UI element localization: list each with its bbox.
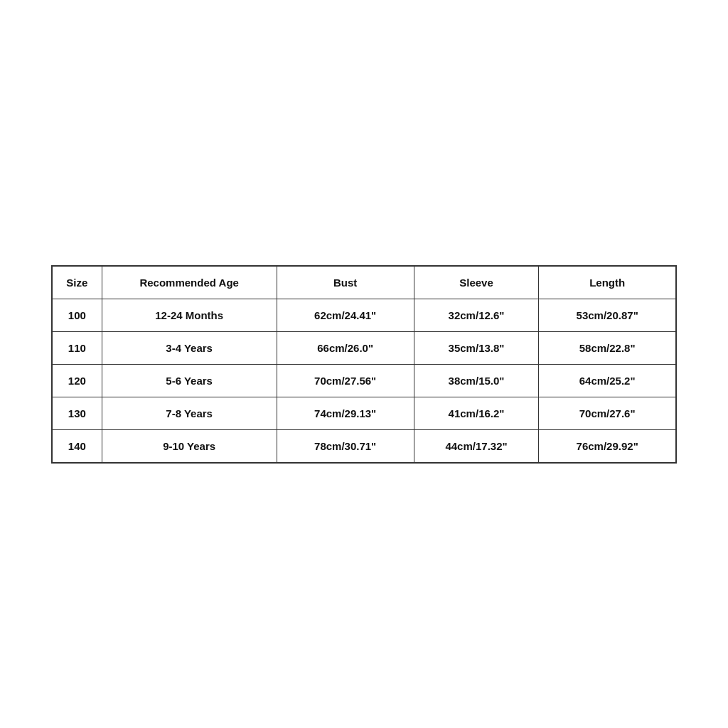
table-row: 10012-24 Months62cm/24.41"32cm/12.6"53cm… [52,299,676,331]
cell-bust: 66cm/26.0" [277,331,414,364]
cell-length: 76cm/29.92" [539,429,676,463]
table-row: 1307-8 Years74cm/29.13"41cm/16.2"70cm/27… [52,397,676,429]
cell-length: 70cm/27.6" [539,397,676,429]
cell-sleeve: 32cm/12.6" [414,299,539,331]
cell-bust: 74cm/29.13" [277,397,414,429]
cell-sleeve: 38cm/15.0" [414,364,539,397]
table-row: 1205-6 Years70cm/27.56"38cm/15.0"64cm/25… [52,364,676,397]
cell-size: 140 [52,429,102,463]
cell-bust: 70cm/27.56" [277,364,414,397]
cell-size: 110 [52,331,102,364]
cell-size: 120 [52,364,102,397]
cell-age: 7-8 Years [102,397,277,429]
cell-sleeve: 44cm/17.32" [414,429,539,463]
table-row: 1409-10 Years78cm/30.71"44cm/17.32"76cm/… [52,429,676,463]
size-chart-table: Size Recommended Age Bust Sleeve Length … [51,265,677,464]
header-size: Size [52,266,102,299]
header-length: Length [539,266,676,299]
header-bust: Bust [277,266,414,299]
cell-bust: 62cm/24.41" [277,299,414,331]
cell-length: 64cm/25.2" [539,364,676,397]
cell-length: 53cm/20.87" [539,299,676,331]
cell-sleeve: 41cm/16.2" [414,397,539,429]
size-chart-container: Size Recommended Age Bust Sleeve Length … [51,265,677,464]
cell-age: 3-4 Years [102,331,277,364]
cell-sleeve: 35cm/13.8" [414,331,539,364]
cell-age: 9-10 Years [102,429,277,463]
table-header-row: Size Recommended Age Bust Sleeve Length [52,266,676,299]
cell-size: 100 [52,299,102,331]
cell-bust: 78cm/30.71" [277,429,414,463]
cell-age: 5-6 Years [102,364,277,397]
cell-length: 58cm/22.8" [539,331,676,364]
header-sleeve: Sleeve [414,266,539,299]
header-age: Recommended Age [102,266,277,299]
cell-age: 12-24 Months [102,299,277,331]
table-row: 1103-4 Years66cm/26.0"35cm/13.8"58cm/22.… [52,331,676,364]
cell-size: 130 [52,397,102,429]
